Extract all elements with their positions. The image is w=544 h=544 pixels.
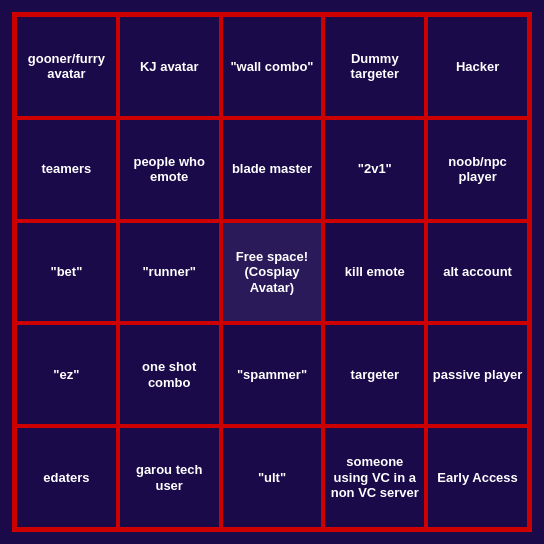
cell-text: blade master bbox=[232, 161, 312, 177]
cell-text: Dummy targeter bbox=[329, 51, 420, 82]
cell-text: "wall combo" bbox=[230, 59, 313, 75]
cell-text: alt account bbox=[443, 264, 512, 280]
cell-text: teamers bbox=[41, 161, 91, 177]
bingo-cell-r3c2: "spammer" bbox=[221, 323, 324, 426]
cell-text: Hacker bbox=[456, 59, 499, 75]
cell-text: "runner" bbox=[142, 264, 196, 280]
bingo-cell-r1c0: teamers bbox=[15, 118, 118, 221]
bingo-cell-r1c2: blade master bbox=[221, 118, 324, 221]
cell-text: noob/npc player bbox=[432, 154, 523, 185]
bingo-cell-r4c2: "ult" bbox=[221, 426, 324, 529]
cell-text: "ult" bbox=[258, 470, 286, 486]
bingo-cell-r3c3: targeter bbox=[323, 323, 426, 426]
bingo-cell-r0c1: KJ avatar bbox=[118, 15, 221, 118]
bingo-cell-r3c4: passive player bbox=[426, 323, 529, 426]
bingo-cell-r2c0: "bet" bbox=[15, 221, 118, 324]
cell-text: edaters bbox=[43, 470, 89, 486]
bingo-cell-r0c0: gooner/furry avatar bbox=[15, 15, 118, 118]
cell-text: passive player bbox=[433, 367, 523, 383]
bingo-cell-r4c4: Early Access bbox=[426, 426, 529, 529]
cell-text: one shot combo bbox=[124, 359, 215, 390]
bingo-cell-r4c1: garou tech user bbox=[118, 426, 221, 529]
cell-text: Free space! (Cosplay Avatar) bbox=[227, 249, 318, 296]
bingo-cell-r0c2: "wall combo" bbox=[221, 15, 324, 118]
cell-text: "spammer" bbox=[237, 367, 307, 383]
bingo-cell-r2c2: Free space! (Cosplay Avatar) bbox=[221, 221, 324, 324]
bingo-cell-r2c1: "runner" bbox=[118, 221, 221, 324]
bingo-cell-r0c3: Dummy targeter bbox=[323, 15, 426, 118]
cell-text: "bet" bbox=[50, 264, 82, 280]
bingo-cell-r0c4: Hacker bbox=[426, 15, 529, 118]
bingo-cell-r1c3: "2v1" bbox=[323, 118, 426, 221]
cell-text: targeter bbox=[351, 367, 399, 383]
bingo-cell-r2c3: kill emote bbox=[323, 221, 426, 324]
bingo-cell-r1c1: people who emote bbox=[118, 118, 221, 221]
cell-text: Early Access bbox=[437, 470, 517, 486]
cell-text: people who emote bbox=[124, 154, 215, 185]
cell-text: someone using VC in a non VC server bbox=[329, 454, 420, 501]
bingo-cell-r2c4: alt account bbox=[426, 221, 529, 324]
cell-text: gooner/furry avatar bbox=[21, 51, 112, 82]
bingo-cell-r3c0: "ez" bbox=[15, 323, 118, 426]
cell-text: "ez" bbox=[53, 367, 79, 383]
cell-text: kill emote bbox=[345, 264, 405, 280]
bingo-cell-r4c3: someone using VC in a non VC server bbox=[323, 426, 426, 529]
bingo-cell-r4c0: edaters bbox=[15, 426, 118, 529]
cell-text: "2v1" bbox=[358, 161, 392, 177]
bingo-cell-r3c1: one shot combo bbox=[118, 323, 221, 426]
bingo-cell-r1c4: noob/npc player bbox=[426, 118, 529, 221]
bingo-board: gooner/furry avatarKJ avatar"wall combo"… bbox=[12, 12, 532, 532]
cell-text: garou tech user bbox=[124, 462, 215, 493]
cell-text: KJ avatar bbox=[140, 59, 199, 75]
